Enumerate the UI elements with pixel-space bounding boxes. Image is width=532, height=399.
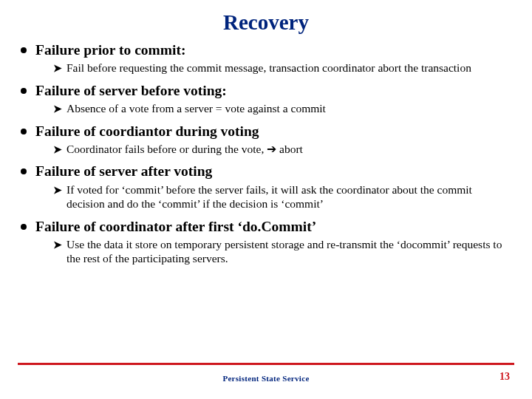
footer-label: Persistent State Service <box>0 374 532 383</box>
list-item: Failure of server before voting: <box>21 83 514 99</box>
page-title: Recovery <box>18 10 514 35</box>
bullet-dot-icon <box>21 88 27 94</box>
list-item: ➤ Coordinator fails before or during the… <box>53 142 514 156</box>
list-item: Failure of server after voting <box>21 163 514 180</box>
bullet-heading: Failure prior to commit: <box>35 42 185 58</box>
sub-bullet-arrow-icon: ➤ <box>53 103 62 115</box>
sub-bullet-arrow-icon: ➤ <box>53 184 62 196</box>
slide: Recovery Failure prior to commit: ➤ Fail… <box>0 0 532 399</box>
content-area: Failure prior to commit: ➤ Fail before r… <box>18 42 514 266</box>
bullet-dot-icon <box>21 224 27 230</box>
list-item: Failure of coordiantor during voting <box>21 123 514 140</box>
list-item: ➤ Absence of a vote from a server = vote… <box>53 101 514 115</box>
sub-bullet-text: Absence of a vote from a server = vote a… <box>66 101 326 115</box>
sub-bullet-text: Use the data it store on temporary persi… <box>66 237 508 266</box>
bullet-dot-icon <box>21 168 27 174</box>
sub-bullet-arrow-icon: ➤ <box>53 62 62 74</box>
bullet-heading: Failure of server after voting <box>35 163 212 180</box>
sub-bullet-text: Fail before requesting the commit messag… <box>66 61 471 75</box>
list-item: Failure of coordinator after first ‘do.C… <box>21 219 514 235</box>
bullet-heading: Failure of coordinator after first ‘do.C… <box>35 219 316 235</box>
page-number: 13 <box>499 371 510 383</box>
list-item: ➤ Fail before requesting the commit mess… <box>53 61 514 75</box>
sub-bullet-arrow-icon: ➤ <box>53 143 62 155</box>
bullet-dot-icon <box>21 47 27 53</box>
bullet-heading: Failure of server before voting: <box>35 83 227 99</box>
list-item: ➤ If voted for ‘commit’ before the serve… <box>53 183 514 211</box>
bullet-heading: Failure of coordiantor during voting <box>35 123 259 140</box>
bullet-dot-icon <box>21 129 27 134</box>
list-item: ➤ Use the data it store on temporary per… <box>53 237 514 266</box>
footer-divider <box>18 363 514 365</box>
sub-bullet-arrow-icon: ➤ <box>53 239 62 250</box>
sub-bullet-text: Coordinator fails before or during the v… <box>66 142 303 156</box>
list-item: Failure prior to commit: <box>21 42 514 58</box>
sub-bullet-text: If voted for ‘commit’ before the server … <box>66 183 508 211</box>
